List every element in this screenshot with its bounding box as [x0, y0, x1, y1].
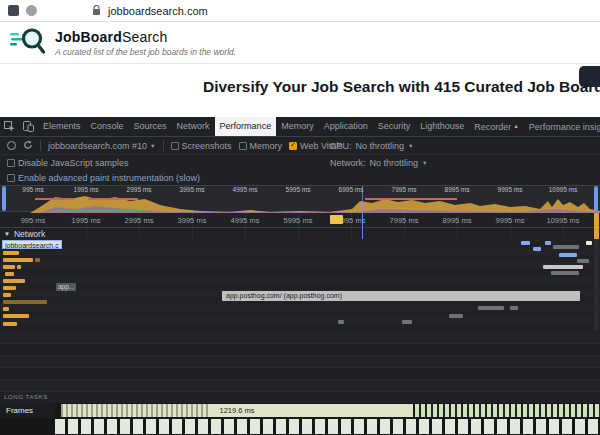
time-label: 5995 ms [284, 216, 313, 225]
extension-icon[interactable] [8, 5, 19, 16]
network-track-header[interactable]: ▼ Network [0, 228, 600, 239]
record-button[interactable] [7, 141, 16, 150]
network-request-bar[interactable] [3, 322, 17, 326]
tab-console[interactable]: Console [86, 117, 129, 136]
page-content: Diversify Your Job Search with 415 Curat… [0, 64, 600, 117]
network-request-bar[interactable] [3, 265, 15, 269]
tab-network[interactable]: Network [172, 117, 215, 136]
time-label: 4995 ms [231, 216, 260, 225]
frames-track: Frames 1219.6 ms [0, 403, 600, 418]
network-request-bar[interactable] [551, 271, 579, 275]
minimap-right-handle[interactable] [594, 186, 598, 211]
network-request-bar[interactable] [3, 251, 19, 255]
time-label: 8995 ms [443, 216, 472, 225]
network-request-bar[interactable] [338, 320, 344, 324]
network-request-bar[interactable] [402, 320, 412, 324]
chevron-down-icon: ▼ [150, 143, 155, 149]
network-request-bar[interactable] [3, 293, 11, 297]
chevron-down-icon: ▼ [422, 160, 427, 166]
time-label: 3995 ms [180, 186, 205, 193]
long-frame-block[interactable]: 1219.6 ms [61, 404, 413, 417]
divider [40, 140, 41, 151]
history-dropdown[interactable]: jobboardsearch.com #10 ▼ [48, 141, 156, 151]
selected-network-request[interactable]: jobboardsearch.c [2, 240, 62, 249]
inspect-element-icon[interactable] [0, 117, 19, 136]
network-throttling-select[interactable]: Network: No throttling ▼ [330, 158, 428, 168]
page-title: Diversify Your Job Search with 415 Curat… [203, 78, 600, 96]
extension-icon-2[interactable] [26, 5, 37, 16]
frames-track-label[interactable]: Frames [0, 403, 55, 418]
network-request-bar[interactable] [3, 307, 9, 311]
filmstrip-thumbnails[interactable] [55, 419, 600, 434]
jobboardsearch-logo-icon[interactable] [10, 25, 46, 60]
tab-recorder[interactable]: Recorder▲ [469, 117, 523, 137]
posthog-network-request[interactable]: app.posthog.com/ (app.posthog.com) [222, 291, 580, 301]
track-lane[interactable] [0, 332, 600, 344]
checkbox-icon [171, 142, 179, 150]
frame-segments[interactable] [415, 404, 600, 417]
track-lane[interactable] [0, 356, 600, 368]
tab-security[interactable]: Security [373, 117, 416, 136]
time-label: 995 ms [21, 216, 46, 225]
lock-icon[interactable] [92, 5, 101, 16]
track-lane[interactable] [0, 380, 600, 392]
time-label: 7995 ms [392, 186, 417, 193]
screenshots-checkbox[interactable]: Screenshots [171, 141, 232, 151]
minimap-left-handle[interactable] [2, 186, 6, 211]
vertical-scrollbar[interactable] [594, 213, 599, 331]
track-lane[interactable] [0, 368, 600, 380]
time-label: 10995 ms [547, 216, 580, 225]
network-request-bar[interactable] [35, 258, 40, 262]
network-request-bar[interactable] [3, 300, 47, 304]
tab-elements[interactable]: Elements [38, 117, 86, 136]
network-request-bar[interactable] [543, 265, 583, 269]
paint-instrumentation-checkbox[interactable]: Enable advanced paint instrumentation (s… [7, 173, 200, 183]
network-request-bar[interactable] [449, 314, 463, 318]
cpu-throttling-select[interactable]: CPU: No throttling ▼ [330, 141, 414, 151]
scrollbar-thumb[interactable] [594, 213, 599, 239]
track-lane[interactable] [0, 344, 600, 356]
time-label: 9995 ms [496, 216, 525, 225]
network-request-bar[interactable] [586, 241, 592, 245]
network-request-bar[interactable] [521, 241, 530, 245]
network-request-bar[interactable] [510, 306, 518, 310]
timeline-overview-minimap[interactable]: 995 ms1995 ms2995 ms3995 ms4995 ms5995 m… [0, 185, 600, 212]
time-label: 4995 ms [233, 186, 258, 193]
browser-address-bar: jobboardsearch.com [0, 0, 600, 22]
network-request-bar[interactable] [577, 259, 589, 263]
devtools-tabs: ElementsConsoleSourcesNetworkPerformance… [38, 117, 600, 137]
tab-application[interactable]: Application [319, 117, 373, 136]
network-request-bar[interactable] [545, 241, 551, 245]
reload-and-record-icon[interactable] [23, 140, 33, 152]
floating-widget-badge[interactable] [579, 66, 600, 87]
network-request-bar[interactable] [3, 279, 25, 283]
tab-lighthouse[interactable]: Lighthouse [415, 117, 469, 136]
network-request-bar[interactable] [3, 258, 33, 262]
tab-memory[interactable]: Memory [276, 117, 319, 136]
lcp-marker-icon[interactable] [330, 215, 343, 224]
network-request-bar[interactable] [5, 272, 14, 276]
network-request-bar[interactable] [3, 286, 16, 290]
disable-js-samples-checkbox[interactable]: Disable JavaScript samples [7, 158, 129, 168]
filmstrip-track [0, 418, 600, 435]
brand-title[interactable]: JobBoardSearch [55, 29, 236, 45]
network-request-bar[interactable] [17, 265, 21, 269]
network-request-bar[interactable] [553, 245, 579, 249]
tab-performance-insights[interactable]: Performance insights▲ [524, 117, 600, 137]
network-request-bar[interactable] [559, 253, 577, 257]
timeline-ruler[interactable]: 995 ms1995 ms2995 ms3995 ms4995 ms5995 m… [0, 212, 600, 228]
time-label: 1995 ms [74, 186, 99, 193]
memory-checkbox[interactable]: Memory [239, 141, 283, 151]
network-request-bar[interactable] [3, 314, 29, 318]
divider [163, 140, 164, 151]
checkbox-icon [7, 174, 15, 182]
network-request-bar[interactable] [533, 247, 541, 251]
checkbox-icon [239, 142, 247, 150]
network-request-chip[interactable]: app... [56, 283, 76, 291]
tab-sources[interactable]: Sources [129, 117, 172, 136]
url-text[interactable]: jobboardsearch.com [108, 5, 208, 17]
network-request-bar[interactable] [478, 306, 504, 310]
device-toolbar-icon[interactable] [19, 117, 38, 136]
tab-performance[interactable]: Performance [215, 117, 277, 136]
collapsed-tracks [0, 332, 600, 392]
